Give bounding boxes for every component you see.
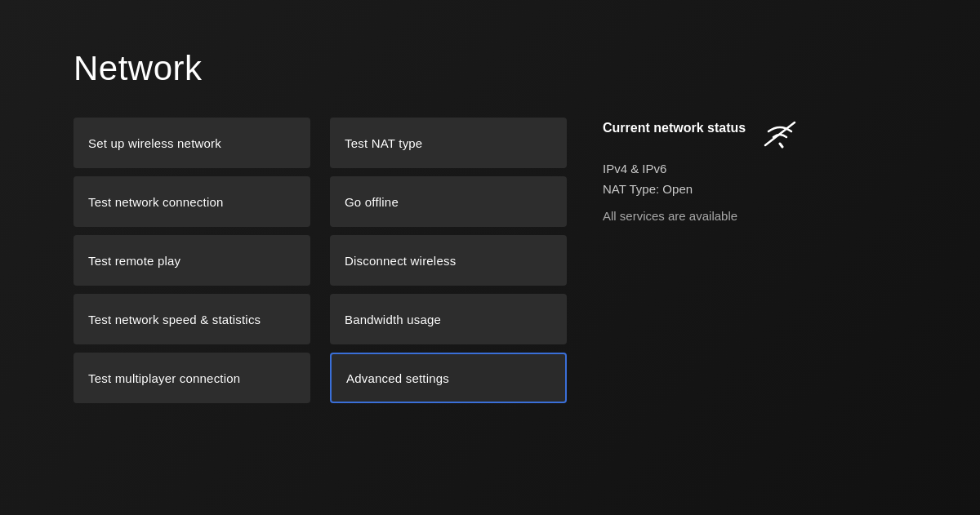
- button-setup-wireless[interactable]: Set up wireless network: [74, 118, 310, 168]
- button-test-multiplayer[interactable]: Test multiplayer connection: [74, 353, 310, 403]
- status-title: Current network status: [603, 121, 746, 135]
- svg-line-0: [765, 122, 795, 145]
- button-go-offline[interactable]: Go offline: [330, 176, 567, 227]
- button-disconnect-wireless[interactable]: Disconnect wireless: [330, 235, 567, 286]
- status-ipv: IPv4 & IPv6: [603, 162, 814, 175]
- button-test-network-connection[interactable]: Test network connection: [74, 176, 310, 227]
- status-header-row: Current network status: [603, 121, 814, 162]
- status-nat: NAT Type: Open: [603, 182, 814, 196]
- button-bandwidth-usage[interactable]: Bandwidth usage: [330, 294, 567, 344]
- left-column: Set up wireless networkTest network conn…: [74, 118, 310, 482]
- right-column: Test NAT typeGo offlineDisconnect wirele…: [330, 118, 567, 482]
- wifi-icon-container: [762, 119, 798, 149]
- wifi-icon: [762, 119, 798, 149]
- button-test-remote-play[interactable]: Test remote play: [74, 235, 310, 286]
- button-test-nat-type[interactable]: Test NAT type: [330, 118, 567, 168]
- page-container: Network Set up wireless networkTest netw…: [0, 0, 980, 515]
- button-test-network-speed[interactable]: Test network speed & statistics: [74, 294, 310, 344]
- content-area: Set up wireless networkTest network conn…: [74, 118, 906, 482]
- status-panel: Current network status IPv4 & IPv6 NAT T…: [603, 118, 814, 482]
- status-services: All services are available: [603, 209, 814, 223]
- page-title: Network: [74, 49, 906, 88]
- button-advanced-settings[interactable]: Advanced settings: [330, 353, 567, 403]
- status-info: IPv4 & IPv6 NAT Type: Open All services …: [603, 162, 814, 223]
